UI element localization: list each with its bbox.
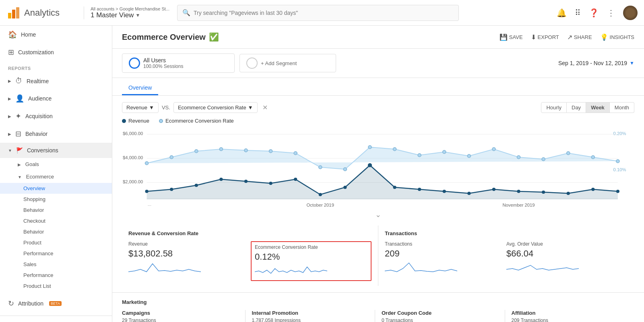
sidebar-conversions-label: Conversions	[27, 147, 58, 154]
sidebar-item-ecommerce[interactable]: ▼ Ecommerce	[0, 170, 112, 183]
svg-text:$6,000.00: $6,000.00	[123, 131, 143, 136]
sidebar-item-conversions[interactable]: ▼ 🚩 Conversions	[0, 143, 112, 158]
acquisition-expand-icon: ▶	[8, 114, 11, 119]
sidebar-item-performance2[interactable]: Performance	[0, 270, 112, 281]
marketing-section: Marketing Campaigns 29 Transactions $1,3…	[112, 293, 644, 322]
transactions-sparkline	[385, 260, 457, 273]
notifications-icon[interactable]: 🔔	[557, 8, 567, 18]
view-name: 1 Master View	[91, 11, 134, 19]
insights-button[interactable]: 💡 INSIGHTS	[600, 33, 634, 41]
audience-expand-icon: ▶	[8, 96, 11, 101]
sidebar-item-settings[interactable]: ⚙	[0, 319, 112, 322]
coupon-sub: 0 Transactions	[382, 318, 498, 322]
time-week[interactable]: Week	[586, 102, 610, 113]
audience-icon: 👤	[15, 94, 24, 103]
avatar[interactable]	[623, 6, 638, 20]
datapoint	[170, 188, 173, 191]
sidebar-item-overview[interactable]: Overview	[0, 183, 112, 194]
analytics-logo-icon	[6, 6, 21, 20]
internal-promotion-item: Internal Promotion 1,787,058 Impressions…	[252, 310, 376, 322]
sidebar-acquisition-label: Acquisition	[25, 113, 53, 119]
all-users-segment[interactable]: All Users 100.00% Sessions	[122, 53, 235, 73]
sidebar-goals-label: Goals	[25, 161, 39, 167]
sidebar-item-home[interactable]: 🏠 Home	[0, 26, 112, 43]
chart-controls: Revenue ▼ VS. Ecommerce Conversion Rate …	[122, 102, 634, 113]
conv-datapoint	[567, 152, 570, 155]
all-users-circle	[129, 57, 140, 69]
sidebar-item-checkout-behavior2[interactable]: Checkout	[0, 215, 112, 226]
sidebar-checkout2-label: Checkout	[23, 218, 45, 224]
sidebar-item-product[interactable]: Product	[0, 237, 112, 248]
clear-metric-button[interactable]: ✕	[262, 104, 268, 111]
metrics-section: Revenue & Conversion Rate Revenue $13,80…	[112, 226, 644, 293]
transactions-group: Transactions Transactions 209 Avg. Order…	[378, 226, 634, 286]
more-icon[interactable]: ⋮	[607, 8, 615, 18]
apps-icon[interactable]: ⠿	[575, 8, 581, 18]
datapoint	[591, 188, 594, 191]
conv-datapoint	[393, 148, 396, 151]
share-button[interactable]: ↗ SHARE	[567, 33, 592, 41]
svg-text:0.10%: 0.10%	[613, 167, 626, 172]
datapoint	[616, 190, 619, 193]
acquisition-icon: ✦	[15, 112, 21, 121]
help-icon[interactable]: ❓	[589, 8, 599, 18]
avg-order-value: $66.04	[506, 248, 618, 259]
save-button[interactable]: 💾 SAVE	[500, 33, 523, 41]
share-icon: ↗	[567, 33, 572, 41]
time-hourly[interactable]: Hourly	[541, 102, 567, 113]
top-nav: Analytics All accounts > Google Merchand…	[0, 0, 644, 26]
view-dropdown-arrow: ▼	[135, 12, 140, 18]
time-month[interactable]: Month	[610, 102, 634, 113]
segments-row: All Users 100.00% Sessions + Add Segment…	[112, 49, 644, 78]
legend-conversion: Ecommerce Conversion Rate	[159, 118, 234, 124]
marketing-items: Campaigns 29 Transactions $1,306.59 Reve…	[122, 310, 634, 322]
behavior-icon: ⊟	[15, 129, 21, 138]
chart-collapse-icon[interactable]: ⌄	[375, 211, 381, 219]
datapoint	[269, 182, 272, 185]
transactions-group-title: Transactions	[385, 230, 628, 236]
sidebar-checkout-label: Behavior	[23, 207, 44, 213]
sidebar-item-shopping-behavior[interactable]: Shopping	[0, 194, 112, 205]
sidebar-item-behavior[interactable]: ▶ ⊟ Behavior	[0, 125, 112, 143]
datapoint	[567, 192, 570, 195]
conversion-sparkline	[255, 264, 327, 277]
time-day[interactable]: Day	[567, 102, 586, 113]
page-title-area: Ecommerce Overview ✅	[122, 32, 219, 42]
svg-text:0.20%: 0.20%	[613, 131, 626, 136]
view-selector[interactable]: 1 Master View ▼	[91, 11, 172, 19]
sidebar-audience-label: Audience	[28, 95, 52, 102]
conv-datapoint	[418, 154, 421, 157]
sidebar-item-acquisition[interactable]: ▶ ✦ Acquisition	[0, 107, 112, 125]
internal-title: Internal Promotion	[252, 310, 369, 316]
sidebar-item-attribution[interactable]: ↻ Attribution BETA	[0, 295, 112, 312]
sidebar-item-goals[interactable]: ▶ Goals	[0, 158, 112, 170]
tab-overview[interactable]: Overview	[122, 81, 158, 95]
sidebar-item-behavior2[interactable]: Behavior	[0, 226, 112, 237]
transactions-value: 209	[385, 248, 497, 259]
sidebar-item-performance1[interactable]: Performance	[0, 248, 112, 259]
beta-badge: BETA	[49, 301, 62, 306]
main-content: Ecommerce Overview ✅ 💾 SAVE ⬇ EXPORT ↗ S…	[112, 26, 644, 322]
export-button[interactable]: ⬇ EXPORT	[531, 33, 559, 41]
sidebar-product-list-label: Product List	[23, 283, 51, 289]
home-icon: 🏠	[8, 30, 17, 39]
sidebar-performance1-label: Performance	[23, 250, 53, 256]
metric2-dropdown[interactable]: Ecommerce Conversion Rate ▼	[173, 102, 258, 113]
sidebar-item-checkout-behavior[interactable]: Behavior	[0, 205, 112, 215]
search-bar[interactable]: 🔍	[177, 5, 459, 21]
sidebar-item-product-list[interactable]: Product List	[0, 281, 112, 291]
add-segment-chip[interactable]: + Add Segment	[239, 54, 336, 72]
metric1-dropdown[interactable]: Revenue ▼	[122, 102, 159, 113]
sidebar-item-sales[interactable]: Sales	[0, 259, 112, 270]
revenue-group-title: Revenue & Conversion Rate	[128, 230, 372, 236]
customization-icon: ⊞	[8, 48, 14, 57]
legend-revenue-label: Revenue	[128, 118, 149, 124]
conv-datapoint	[368, 146, 372, 149]
sidebar-item-customization[interactable]: ⊞ Customization	[0, 43, 112, 61]
sidebar-item-audience[interactable]: ▶ 👤 Audience	[0, 90, 112, 107]
sidebar-item-realtime[interactable]: ▶ ⏱ Realtime	[0, 72, 112, 90]
date-range-selector[interactable]: Sep 1, 2019 - Nov 12, 2019 ▼	[558, 60, 634, 66]
search-input[interactable]	[194, 10, 454, 16]
revenue-sparkline	[128, 260, 201, 273]
affiliation-title: Affiliation	[512, 310, 628, 316]
